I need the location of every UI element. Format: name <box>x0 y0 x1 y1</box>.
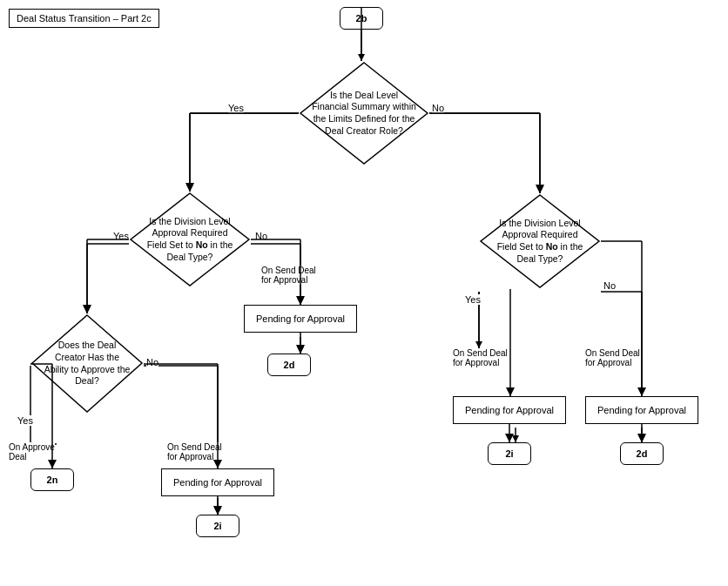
label-on-send-right-yes: On Send Dealfor Approval <box>453 348 508 367</box>
status-pending-bottom-mid: Pending for Approval <box>161 468 274 496</box>
svg-marker-50 <box>296 345 305 354</box>
node-2n: 2n <box>30 468 74 491</box>
svg-marker-13 <box>297 298 304 305</box>
node-2d-right: 2d <box>620 442 664 465</box>
svg-marker-1 <box>358 54 365 61</box>
status-pending-right-yes: Pending for Approval <box>453 396 566 424</box>
svg-marker-67 <box>213 506 222 515</box>
label-no-left: No <box>255 231 267 241</box>
node-2d-mid: 2d <box>267 354 311 376</box>
node-2i-mid: 2i <box>196 515 239 537</box>
status-pending-right-no: Pending for Approval <box>585 396 698 424</box>
node-2b: 2b <box>340 7 383 30</box>
diamond-main: Is the Deal Level Financial Summary with… <box>299 61 429 165</box>
label-yes-right: Yes <box>465 294 481 305</box>
diamond-left: Is the Division Level Approval Required … <box>129 192 251 287</box>
svg-marker-52 <box>506 387 515 396</box>
diamond-right: Is the Division Level Approval Required … <box>479 193 601 289</box>
svg-marker-15 <box>297 347 304 354</box>
svg-marker-10 <box>84 306 91 313</box>
svg-marker-45 <box>83 305 91 313</box>
svg-marker-7 <box>536 186 543 193</box>
svg-marker-18 <box>475 341 482 348</box>
svg-marker-31 <box>214 508 221 515</box>
svg-marker-48 <box>296 296 305 305</box>
title-box: Deal Status Transition – Part 2c <box>9 9 159 28</box>
label-yes-creator: Yes <box>17 415 33 426</box>
label-on-send-creator-no: On Send Dealfor Approval <box>167 442 222 461</box>
node-2i-right: 2i <box>488 442 531 465</box>
label-no-right: No <box>603 280 616 291</box>
svg-marker-4 <box>186 185 193 192</box>
label-yes-main: Yes <box>228 103 244 113</box>
diamond-creator: Does the Deal Creator Has the Ability to… <box>30 313 144 414</box>
label-on-send-left: On Send Dealfor Approval <box>261 266 316 285</box>
svg-marker-21 <box>638 388 645 395</box>
svg-marker-59 <box>637 434 646 442</box>
svg-marker-25 <box>638 435 645 442</box>
label-yes-left: Yes <box>113 231 129 241</box>
diagram-container: Deal Status Transition – Part 2c 2b Is t… <box>0 0 728 586</box>
status-pending-left-mid: Pending for Approval <box>244 305 357 333</box>
svg-marker-55 <box>637 387 646 396</box>
label-on-approve: On ApproveDeal <box>9 442 55 461</box>
svg-marker-57 <box>505 434 514 442</box>
label-no-creator: No <box>146 357 158 367</box>
svg-marker-23 <box>512 435 519 442</box>
svg-marker-39 <box>185 183 194 192</box>
svg-marker-42 <box>536 185 544 193</box>
label-no-main: No <box>432 103 444 113</box>
label-on-send-right-no: On Send Dealfor Approval <box>585 348 640 367</box>
